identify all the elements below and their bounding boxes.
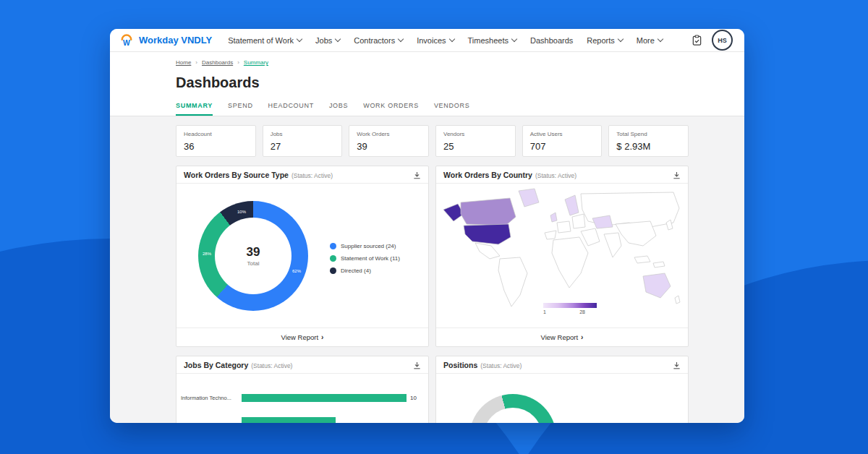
bar-row-second[interactable] xyxy=(181,416,421,423)
page-header: Home › Dashboards › Summary Dashboards S… xyxy=(110,52,744,116)
chevron-down-icon xyxy=(618,36,624,42)
chart-cards-row: Work Orders By Source Type (Status: Acti… xyxy=(176,166,689,347)
nav-reports[interactable]: Reports xyxy=(587,36,623,45)
chevron-right-icon: › xyxy=(581,333,583,341)
tab-work-orders[interactable]: WORK ORDERS xyxy=(363,102,419,116)
map-central-europe xyxy=(557,221,571,233)
download-icon[interactable] xyxy=(673,171,681,179)
stat-card-jobs[interactable]: Jobs 27 xyxy=(263,125,343,157)
view-report-link[interactable]: View Report › xyxy=(436,327,688,346)
donut-chart-source-type: 62% 28% 10% 39 Total Supplier sourced (2… xyxy=(176,184,428,327)
bottom-cards-row: Jobs By Category (Status: Active) Inform… xyxy=(176,356,689,423)
app-window: W Workday VNDLY Statement of Work Jobs C… xyxy=(110,29,744,423)
main-nav: Statement of Work Jobs Contractors Invoi… xyxy=(228,36,663,45)
dashboard-tabs: SUMMARY SPEND HEADCOUNT JOBS WORK ORDERS… xyxy=(176,102,744,116)
breadcrumb-dashboards[interactable]: Dashboards xyxy=(202,59,233,66)
scale-max: 28 xyxy=(579,309,585,314)
dashboard-content: Headcount 36 Jobs 27 Work Orders 39 Vend… xyxy=(110,116,744,423)
chevron-down-icon xyxy=(335,36,341,42)
svg-text:W: W xyxy=(123,39,130,47)
donut-ring[interactable] xyxy=(469,394,556,423)
breadcrumb-home[interactable]: Home xyxy=(176,59,191,66)
view-report-link[interactable]: View Report › xyxy=(176,327,428,346)
world-map[interactable] xyxy=(439,185,685,320)
chevron-down-icon xyxy=(398,36,404,42)
tab-headcount[interactable]: HEADCOUNT xyxy=(268,102,314,116)
map-iberia xyxy=(545,231,556,239)
bar xyxy=(242,394,407,402)
map-australia xyxy=(643,273,671,298)
stat-label: Headcount xyxy=(184,131,248,137)
stat-label: Jobs xyxy=(271,131,335,137)
legend-item-statement-of-work[interactable]: Statement of Work (11) xyxy=(330,255,400,262)
stat-value: 707 xyxy=(530,141,595,152)
nav-jobs[interactable]: Jobs xyxy=(315,36,340,45)
map-canada xyxy=(461,198,516,226)
legend-item-directed[interactable]: Directed (4) xyxy=(330,267,400,274)
card-title: Jobs By Category xyxy=(184,361,248,369)
card-header: Work Orders By Country (Status: Active) xyxy=(436,166,688,184)
legend-dot-blue xyxy=(330,243,336,249)
card-title: Work Orders By Country xyxy=(443,171,532,179)
tab-spend[interactable]: SPEND xyxy=(228,102,253,116)
legend-dot-green xyxy=(330,255,336,262)
card-header: Jobs By Category (Status: Active) xyxy=(176,356,428,374)
bar xyxy=(242,417,336,423)
stat-card-total-spend[interactable]: Total Spend $ 2.93M xyxy=(608,125,689,157)
tab-jobs[interactable]: JOBS xyxy=(329,102,348,116)
stat-cards-row: Headcount 36 Jobs 27 Work Orders 39 Vend… xyxy=(176,125,689,157)
nav-invoices[interactable]: Invoices xyxy=(417,36,454,45)
download-icon[interactable] xyxy=(413,361,421,369)
donut-legend: Supplier sourced (24) Statement of Work … xyxy=(330,243,400,280)
card-title: Work Orders By Source Type xyxy=(184,171,289,179)
card-header: Positions (Status: Active) xyxy=(436,356,688,374)
stat-card-vendors[interactable]: Vendors 25 xyxy=(435,125,516,157)
legend-dot-dark xyxy=(330,267,336,274)
chevron-right-icon: › xyxy=(321,333,323,341)
map-mexico xyxy=(475,243,500,259)
stat-card-active-users[interactable]: Active Users 707 xyxy=(522,125,603,157)
brand-name: Workday VNDLY xyxy=(139,35,212,46)
chevron-down-icon xyxy=(511,36,517,42)
stat-label: Work Orders xyxy=(357,131,421,137)
breadcrumb-summary[interactable]: Summary xyxy=(244,59,268,66)
stat-card-work-orders[interactable]: Work Orders 39 xyxy=(349,125,429,157)
stat-label: Vendors xyxy=(443,131,508,137)
chevron-down-icon xyxy=(297,36,302,42)
download-icon[interactable] xyxy=(413,171,421,179)
card-title: Positions xyxy=(443,361,477,369)
breadcrumb-separator: › xyxy=(195,59,197,66)
nav-contractors[interactable]: Contractors xyxy=(354,36,403,45)
card-work-orders-by-country: Work Orders By Country (Status: Active) xyxy=(435,166,689,347)
color-scale-gradient xyxy=(543,303,597,308)
map-new-zealand xyxy=(675,296,680,304)
tab-vendors[interactable]: VENDORS xyxy=(434,102,469,116)
map-color-scale: 1 28 xyxy=(543,303,597,314)
stat-value: 27 xyxy=(271,141,335,152)
chevron-down-icon xyxy=(448,36,454,42)
tasks-clipboard-icon[interactable] xyxy=(692,35,702,46)
stat-value: 36 xyxy=(184,141,248,152)
donut-total-value: 39 xyxy=(247,245,260,260)
stat-value: 25 xyxy=(443,141,508,152)
workday-logo-icon[interactable]: W xyxy=(119,33,134,48)
nav-statement-of-work[interactable]: Statement of Work xyxy=(228,36,302,45)
map-middle-east xyxy=(581,228,600,246)
tab-summary[interactable]: SUMMARY xyxy=(176,102,213,116)
stat-card-headcount[interactable]: Headcount 36 xyxy=(176,125,256,157)
stat-value: 39 xyxy=(357,141,421,152)
stat-label: Total Spend xyxy=(616,131,681,137)
user-avatar[interactable]: HS xyxy=(712,30,733,51)
nav-timesheets[interactable]: Timesheets xyxy=(468,36,516,45)
nav-dashboards[interactable]: Dashboards xyxy=(530,36,573,45)
map-south-america xyxy=(498,257,527,307)
stat-label: Active Users xyxy=(530,131,595,137)
nav-more[interactable]: More xyxy=(637,36,663,45)
download-icon[interactable] xyxy=(673,361,681,369)
map-indonesia-west xyxy=(634,256,650,263)
bar-row-information-technology[interactable]: Information Techno... 10 xyxy=(181,393,421,403)
legend-item-supplier-sourced[interactable]: Supplier sourced (24) xyxy=(330,243,400,249)
page-title: Dashboards xyxy=(176,74,744,91)
map-india xyxy=(604,233,621,257)
map-scandinavia xyxy=(565,195,579,215)
